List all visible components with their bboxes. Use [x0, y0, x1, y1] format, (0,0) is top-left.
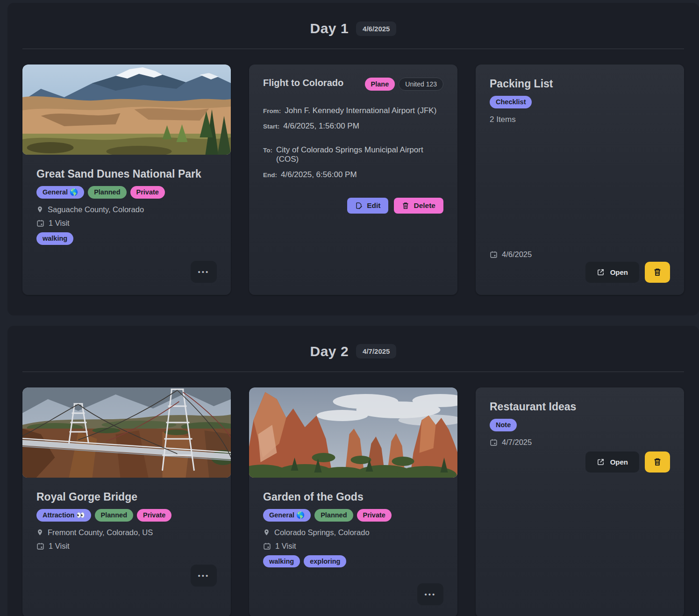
note-type-badge: Note: [490, 419, 517, 431]
place-tags: Attraction 👀 Planned Private: [36, 509, 217, 522]
tag-status: Planned: [95, 509, 133, 522]
checklist-card-body: Packing List Checklist 2 Items 4/6/2025 …: [476, 64, 684, 295]
trash-button[interactable]: [645, 451, 670, 473]
day-2-divider: [22, 372, 684, 372]
flight-end-row: End: 4/6/2025, 6:56:00 PM: [263, 170, 443, 179]
place-location-row: Fremont County, Colorado, US: [36, 528, 217, 537]
trash-icon: [402, 202, 409, 209]
place-card-body: Great Sand Dunes National Park General 🌎…: [22, 155, 231, 295]
location-pin-icon: [36, 528, 43, 537]
place-location: Colorado Springs, Colorado: [274, 528, 370, 537]
open-button[interactable]: Open: [585, 262, 639, 283]
tag-category: Attraction 👀: [36, 509, 91, 522]
open-button-label: Open: [610, 268, 628, 276]
flight-card[interactable]: Flight to Colorado Plane United 123 From…: [249, 64, 457, 295]
trash-icon: [653, 267, 662, 277]
day-2-section: Day 2 4/7/2025: [7, 326, 699, 616]
activity-tag: walking: [36, 232, 73, 245]
note-badge-row: Note: [490, 419, 670, 431]
checklist-card[interactable]: Packing List Checklist 2 Items 4/6/2025 …: [476, 64, 684, 295]
day-1-title: Day 1: [310, 21, 349, 36]
note-card[interactable]: Restaurant Ideas Note 4/7/2025 Open: [476, 387, 684, 616]
checklist-badge-row: Checklist: [490, 96, 670, 108]
edit-button[interactable]: Edit: [347, 198, 388, 214]
open-button[interactable]: Open: [585, 451, 639, 473]
place-card-garden-of-the-gods[interactable]: Garden of the Gods General 🌎 Planned Pri…: [249, 387, 457, 616]
place-visits-row: 1 Visit: [36, 219, 217, 228]
note-actions: Open: [490, 451, 670, 473]
note-date-row: 4/7/2025: [490, 438, 670, 447]
place-title: Garden of the Gods: [263, 491, 443, 503]
edit-document-icon: [355, 202, 363, 209]
place-location: Saguache County, Colorado: [48, 205, 144, 214]
flight-from-row: From: John F. Kennedy International Airp…: [263, 106, 443, 115]
activity-tag: exploring: [304, 555, 346, 568]
place-more-button[interactable]: •••: [191, 261, 217, 283]
trash-button[interactable]: [645, 262, 670, 283]
calendar-icon: [36, 219, 44, 227]
day-2-cards-row: Royal Gorge Bridge Attraction 👀 Planned …: [22, 387, 684, 616]
calendar-icon: [36, 542, 44, 550]
tag-category: General 🌎: [36, 186, 84, 199]
flight-card-body: Flight to Colorado Plane United 123 From…: [249, 64, 457, 295]
end-label: End:: [263, 172, 277, 179]
itinerary-page: Day 1 4/6/2025: [0, 0, 699, 616]
place-more-button[interactable]: •••: [191, 565, 217, 587]
edit-button-label: Edit: [367, 201, 380, 210]
activity-tag: walking: [263, 555, 300, 568]
note-title: Restaurant Ideas: [490, 401, 670, 413]
trash-icon: [653, 457, 662, 466]
place-location: Fremont County, Colorado, US: [48, 528, 153, 537]
place-card-royal-gorge[interactable]: Royal Gorge Bridge Attraction 👀 Planned …: [22, 387, 231, 616]
flight-actions: Edit Delete: [263, 198, 443, 214]
place-card-great-sand-dunes[interactable]: Great Sand Dunes National Park General 🌎…: [22, 64, 231, 295]
delete-button[interactable]: Delete: [394, 198, 443, 214]
note-card-body: Restaurant Ideas Note 4/7/2025 Open: [476, 387, 684, 616]
checklist-type-badge: Checklist: [490, 96, 532, 108]
flight-to-row: To: City of Colorado Springs Municipal A…: [263, 145, 443, 164]
tag-visibility: Private: [137, 509, 171, 522]
checklist-items-count: 2 Items: [490, 115, 670, 124]
place-visits: 1 Visit: [49, 219, 70, 228]
flight-header: Flight to Colorado Plane United 123: [263, 78, 443, 94]
tag-status: Planned: [88, 186, 126, 199]
place-activities: walking exploring: [263, 555, 443, 568]
tag-category: General 🌎: [263, 509, 311, 522]
calendar-icon: [490, 438, 498, 446]
place-visits: 1 Visit: [275, 542, 296, 551]
place-card-body: Garden of the Gods General 🌎 Planned Pri…: [249, 478, 457, 616]
day-1-header: Day 1 4/6/2025: [22, 17, 684, 49]
end-value: 4/6/2025, 6:56:00 PM: [281, 170, 357, 179]
day-1-date-badge: 4/6/2025: [356, 21, 396, 36]
checklist-actions: Open: [490, 262, 670, 283]
to-label: To:: [263, 147, 272, 154]
flight-type-badge: Plane: [365, 78, 395, 91]
external-link-icon: [597, 268, 605, 276]
flight-badges: Plane United 123: [365, 78, 443, 91]
place-visits-row: 1 Visit: [263, 542, 443, 551]
place-card-body: Royal Gorge Bridge Attraction 👀 Planned …: [22, 478, 231, 616]
location-pin-icon: [36, 205, 43, 214]
dunes-photo-illustration: [22, 64, 231, 155]
place-photo-dunes: [22, 64, 231, 155]
from-value: John F. Kennedy International Airport (J…: [285, 106, 436, 115]
tag-visibility: Private: [357, 509, 392, 522]
day-2-header: Day 2 4/7/2025: [22, 340, 684, 372]
checklist-title: Packing List: [490, 78, 670, 90]
place-title: Great Sand Dunes National Park: [36, 168, 217, 180]
flight-title: Flight to Colorado: [263, 78, 343, 88]
place-photo-garden: [249, 387, 457, 478]
tag-status: Planned: [314, 509, 353, 522]
flight-number-badge: United 123: [399, 78, 443, 91]
day-1-cards-row: Great Sand Dunes National Park General 🌎…: [22, 64, 684, 295]
place-more-button[interactable]: •••: [417, 583, 443, 605]
flight-start-row: Start: 4/6/2025, 1:56:00 PM: [263, 122, 443, 131]
checklist-date: 4/6/2025: [502, 250, 532, 259]
place-location-row: Saguache County, Colorado: [36, 205, 217, 214]
place-tags: General 🌎 Planned Private: [36, 186, 217, 199]
day-1-section: Day 1 4/6/2025: [7, 3, 699, 315]
place-visits-row: 1 Visit: [36, 542, 217, 551]
day-2-title: Day 2: [310, 344, 349, 359]
start-label: Start:: [263, 123, 279, 130]
place-location-row: Colorado Springs, Colorado: [263, 528, 443, 537]
